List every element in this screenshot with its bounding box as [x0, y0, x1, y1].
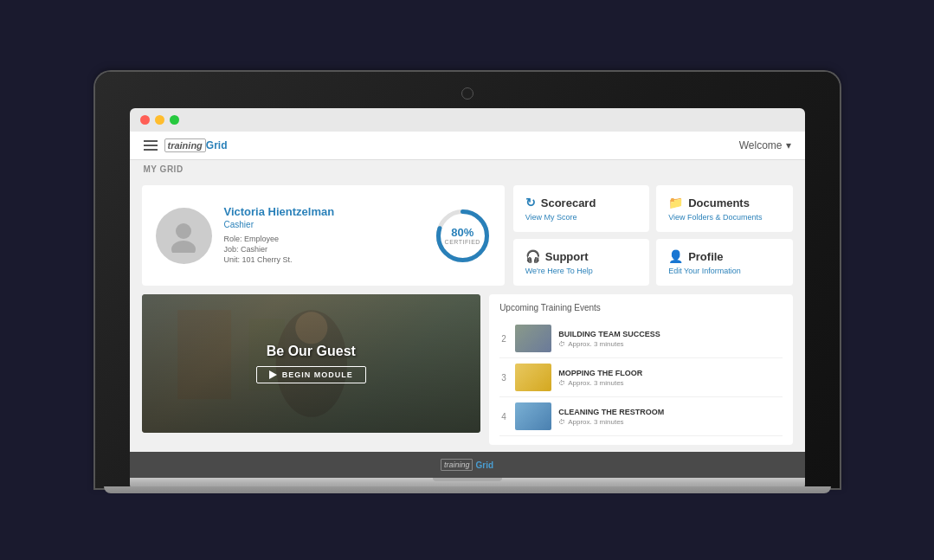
event-thumbnail: [515, 402, 551, 430]
profile-icon: 👤: [668, 249, 683, 263]
app-header: training Grid Welcome ▾: [130, 132, 805, 160]
event-number: 4: [499, 412, 508, 422]
main-content: Victoria Hientzelman Cashier Role: Emplo…: [130, 178, 805, 452]
profile-job-detail: Job: Cashier: [224, 245, 422, 254]
profile-info: Victoria Hientzelman Cashier Role: Emplo…: [224, 205, 422, 266]
event-info: MOPPING THE FLOOR ⏱ Approx. 3 minutes: [558, 369, 782, 387]
cert-percent: 80%: [445, 226, 480, 239]
section-label: MY GRID: [130, 160, 805, 178]
app-footer: training Grid: [130, 452, 805, 478]
window-chrome: [130, 108, 805, 132]
video-overlay: Be Our Guest BEGIN MODULE: [142, 294, 481, 433]
video-title: Be Our Guest: [267, 344, 356, 359]
support-label: Support: [545, 250, 589, 263]
documents-link[interactable]: View Folders & Documents: [668, 213, 780, 222]
profile-role-detail: Role: Employee: [224, 235, 422, 243]
footer-training-text: training: [441, 459, 473, 471]
support-icon: 🎧: [525, 249, 540, 263]
clock-icon: ⏱: [558, 379, 565, 387]
footer-logo: training Grid: [441, 459, 493, 471]
event-thumbnail: [515, 364, 551, 391]
profile-name: Victoria Hientzelman: [224, 205, 422, 218]
begin-module-button[interactable]: BEGIN MODULE: [256, 366, 366, 383]
event-number: 2: [499, 334, 508, 344]
menu-button[interactable]: [144, 140, 158, 151]
profile-edit-title: 👤 Profile: [668, 249, 780, 263]
event-item[interactable]: 4 CLEANING THE RESTROOM ⏱ Approx. 3 minu…: [499, 397, 782, 436]
header-left: training Grid: [144, 138, 228, 152]
event-item[interactable]: 3 MOPPING THE FLOOR ⏱ Approx. 3 minutes: [499, 358, 782, 397]
scorecard-link[interactable]: View My Score: [525, 213, 637, 222]
welcome-arrow-icon: ▾: [786, 139, 791, 151]
app-logo: training Grid: [164, 138, 228, 152]
logo-training-text: training: [164, 138, 206, 152]
profile-edit-card[interactable]: 👤 Profile Edit Your Information: [656, 239, 792, 286]
bottom-row: Be Our Guest BEGIN MODULE Upcoming Train…: [142, 294, 793, 445]
documents-label: Documents: [688, 196, 750, 209]
support-link[interactable]: We're Here To Help: [525, 267, 637, 275]
documents-icon: 📁: [668, 196, 683, 209]
support-card[interactable]: 🎧 Support We're Here To Help: [513, 239, 649, 286]
scorecard-card[interactable]: ↻ Scorecard View My Score: [513, 185, 649, 232]
event-info: CLEANING THE RESTROOM ⏱ Approx. 3 minute…: [558, 408, 782, 426]
video-module[interactable]: Be Our Guest BEGIN MODULE: [142, 294, 481, 433]
svg-point-1: [171, 241, 196, 253]
event-info: BUILDING TEAM SUCCESS ⏱ Approx. 3 minute…: [558, 330, 782, 348]
profile-card: Victoria Hientzelman Cashier Role: Emplo…: [142, 185, 505, 286]
event-number: 3: [499, 373, 508, 383]
scorecard-title: ↻ Scorecard: [525, 196, 637, 209]
avatar: [156, 208, 212, 264]
event-thumbnail: [515, 325, 551, 352]
bottom-cards-row: 🎧 Support We're Here To Help 👤 Profile: [513, 239, 793, 286]
event-name: MOPPING THE FLOOR: [558, 369, 782, 377]
event-name: BUILDING TEAM SUCCESS: [558, 330, 782, 338]
profile-role-title: Cashier: [224, 220, 422, 229]
maximize-button[interactable]: [170, 115, 179, 125]
profile-edit-link[interactable]: Edit Your Information: [668, 267, 780, 275]
clock-icon: ⏱: [558, 418, 565, 426]
documents-title: 📁 Documents: [668, 196, 780, 209]
profile-edit-label: Profile: [688, 250, 723, 263]
events-title: Upcoming Training Events: [499, 303, 782, 312]
event-name: CLEANING THE RESTROOM: [558, 408, 782, 416]
laptop-frame: training Grid Welcome ▾ MY GRID: [95, 72, 840, 488]
laptop-base: [130, 478, 805, 488]
logo-grid-text: Grid: [206, 139, 228, 151]
svg-point-0: [176, 223, 191, 239]
clock-icon: ⏱: [558, 340, 565, 348]
laptop-stand-notch: [433, 478, 502, 481]
support-title: 🎧 Support: [525, 249, 637, 263]
events-panel: Upcoming Training Events 2 BUILDING TEAM…: [489, 294, 792, 445]
event-duration: ⏱ Approx. 3 minutes: [558, 379, 782, 387]
camera-notch: [461, 87, 473, 100]
right-cards: ↻ Scorecard View My Score 📁 Documents: [513, 185, 793, 286]
minimize-button[interactable]: [155, 115, 164, 125]
event-duration: ⏱ Approx. 3 minutes: [558, 418, 782, 426]
scorecard-label: Scorecard: [541, 196, 596, 209]
event-duration: ⏱ Approx. 3 minutes: [558, 340, 782, 348]
event-item[interactable]: 2 BUILDING TEAM SUCCESS ⏱ Approx. 3 minu…: [499, 319, 782, 358]
scorecard-icon: ↻: [525, 196, 536, 209]
circle-label: 80% CERTIFIED: [445, 226, 480, 245]
play-icon: [269, 370, 277, 379]
footer-grid-text: Grid: [475, 460, 493, 470]
cert-text: CERTIFIED: [445, 239, 480, 245]
top-cards-row: ↻ Scorecard View My Score 📁 Documents: [513, 185, 793, 232]
welcome-menu[interactable]: Welcome ▾: [739, 139, 791, 151]
documents-card[interactable]: 📁 Documents View Folders & Documents: [656, 185, 792, 232]
app-screen: training Grid Welcome ▾ MY GRID: [130, 132, 805, 478]
begin-btn-label: BEGIN MODULE: [282, 370, 353, 379]
profile-unit-detail: Unit: 101 Cherry St.: [224, 255, 422, 264]
screen-bezel: training Grid Welcome ▾ MY GRID: [95, 72, 840, 488]
close-button[interactable]: [140, 115, 150, 125]
welcome-label: Welcome: [739, 139, 783, 151]
top-row: Victoria Hientzelman Cashier Role: Emplo…: [142, 185, 793, 286]
certification-chart: 80% CERTIFIED: [435, 208, 491, 264]
